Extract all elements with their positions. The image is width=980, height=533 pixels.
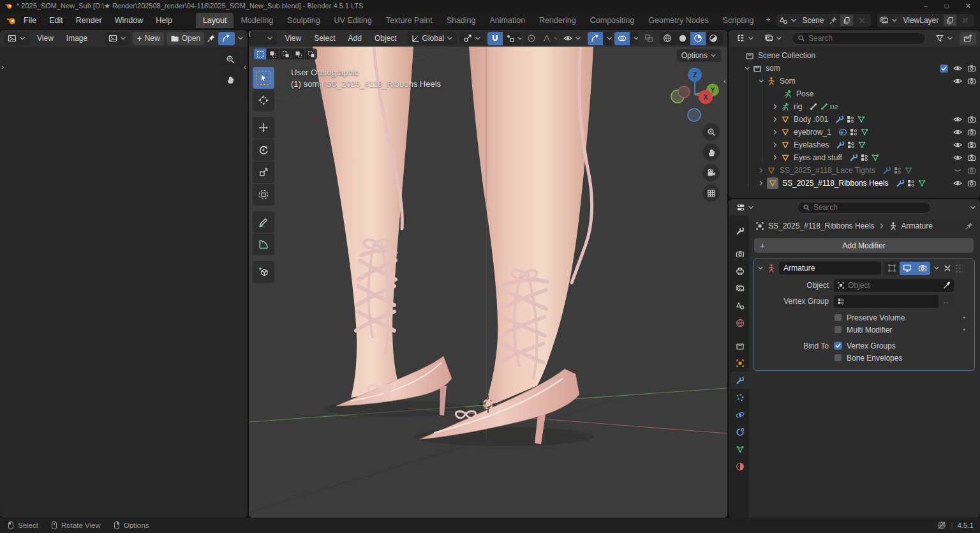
outliner-row-eyebrow[interactable]: eyebrow_1: [729, 126, 980, 139]
chevron-down-icon[interactable]: [237, 35, 244, 41]
pin-icon[interactable]: [207, 34, 216, 43]
expand-panel-arrow[interactable]: ›: [1, 62, 4, 71]
menu-render[interactable]: Render: [70, 13, 108, 27]
editor-type-button[interactable]: [732, 201, 758, 214]
zoom-icon[interactable]: [702, 123, 720, 140]
outliner-row-ribbons-heels[interactable]: SS_2025_#118_Ribbons Heels: [729, 177, 980, 190]
tool-annotate[interactable]: [253, 211, 274, 233]
close-button[interactable]: ✕: [965, 2, 971, 10]
tab-scene[interactable]: [731, 297, 749, 314]
chevron-right-icon[interactable]: [772, 103, 778, 110]
new-collection-button[interactable]: [960, 32, 976, 45]
vertex-group-field[interactable]: [834, 295, 939, 308]
scene-icon[interactable]: [779, 16, 788, 25]
outliner-row-pose[interactable]: Pose: [729, 87, 980, 100]
chevron-down-icon[interactable]: [757, 265, 764, 271]
tool-measure[interactable]: [253, 234, 274, 255]
outliner-row-body[interactable]: Body .001: [729, 113, 980, 126]
animate-dot[interactable]: •: [959, 326, 969, 333]
chevron-down-icon[interactable]: [891, 17, 898, 24]
workspace-tab-shading[interactable]: Shading: [440, 13, 483, 28]
outliner-row-som-armature[interactable]: Som: [729, 75, 980, 87]
chevron-down-icon[interactable]: [758, 78, 764, 84]
collapse-panel-arrow[interactable]: ‹: [244, 62, 246, 71]
chevron-right-icon[interactable]: [772, 154, 778, 161]
camera-render-icon[interactable]: [967, 153, 976, 162]
toggle-ortho-grid-icon[interactable]: [702, 184, 720, 202]
new-scene-button[interactable]: [840, 15, 853, 26]
eye-icon[interactable]: [953, 64, 962, 73]
tool-transform[interactable]: [253, 184, 274, 206]
snap-target-dropdown[interactable]: [503, 32, 521, 45]
menu-edit[interactable]: Edit: [43, 13, 69, 27]
new-view-layer-button[interactable]: [944, 15, 956, 26]
camera-render-icon[interactable]: [967, 77, 976, 86]
invert-vertex-group-button[interactable]: ↔: [939, 295, 954, 308]
workspace-tab-compositing[interactable]: Compositing: [583, 13, 641, 28]
camera-render-icon[interactable]: [967, 179, 976, 188]
camera-render-icon[interactable]: [967, 64, 976, 73]
remove-view-layer-button[interactable]: [959, 15, 972, 26]
eye-closed-icon[interactable]: [953, 166, 962, 175]
viewport-menu-view[interactable]: View: [279, 32, 306, 45]
display-mode-dropdown[interactable]: [761, 32, 786, 45]
bone-envelopes-checkbox[interactable]: [834, 354, 842, 362]
viewport-area[interactable]: Object Mode View Select Add Object Globa…: [249, 30, 727, 518]
tool-rotate[interactable]: [253, 139, 274, 161]
camera-render-icon[interactable]: [967, 115, 976, 124]
mode-dropdown[interactable]: Object Mode: [249, 32, 277, 45]
select-mode-subtract[interactable]: [279, 49, 292, 59]
image-editor-menu-image[interactable]: Image: [61, 32, 93, 45]
tab-world[interactable]: [731, 314, 749, 331]
minimize-button[interactable]: –: [924, 2, 928, 10]
tab-tool[interactable]: [731, 222, 749, 239]
tab-collection[interactable]: [731, 337, 749, 354]
vertex-groups-checkbox[interactable]: [834, 342, 842, 350]
shading-rendered-button[interactable]: [706, 32, 721, 45]
drag-handle-icon[interactable]: [955, 264, 963, 273]
outliner-row-lace-tights[interactable]: SS_2025_#118_Lace Tights: [729, 164, 980, 177]
viewport-3d-scene[interactable]: [249, 47, 727, 518]
visibility-dropdown[interactable]: [560, 32, 585, 45]
image-datablock-selector[interactable]: [105, 32, 130, 45]
image-editor-menu-view[interactable]: View: [32, 32, 59, 45]
modifier-wrench-icon[interactable]: [835, 115, 844, 124]
transform-orientation-dropdown[interactable]: Global: [407, 32, 457, 45]
eye-icon[interactable]: [953, 77, 962, 86]
shading-material-button[interactable]: [690, 32, 706, 45]
tab-view-layer[interactable]: [731, 280, 749, 297]
tab-render[interactable]: [731, 245, 749, 262]
chevron-right-icon[interactable]: [772, 116, 778, 123]
viewport-menu-object[interactable]: Object: [369, 32, 402, 45]
view-layer-name[interactable]: ViewLayer: [900, 16, 941, 25]
maximize-button[interactable]: □: [944, 2, 949, 10]
tab-physics[interactable]: [731, 406, 749, 423]
pan-hand-icon[interactable]: [702, 144, 720, 161]
proportional-edit-toggle[interactable]: [524, 32, 539, 45]
viewport-menu-select[interactable]: Select: [309, 32, 340, 45]
workspace-tab-animation[interactable]: Animation: [483, 13, 533, 28]
tab-constraints[interactable]: [731, 423, 749, 440]
add-modifier-button[interactable]: + Add Modifier: [754, 238, 974, 253]
tool-move[interactable]: [253, 117, 274, 139]
camera-render-icon[interactable]: [967, 140, 976, 149]
tab-output[interactable]: [731, 262, 749, 280]
filter-dropdown[interactable]: [932, 32, 957, 45]
workspace-tab-geometry-nodes[interactable]: Geometry Nodes: [641, 13, 715, 28]
object-field[interactable]: Object: [834, 279, 954, 292]
workspace-tab-rendering[interactable]: Rendering: [532, 13, 583, 28]
workspace-tab-texture-paint[interactable]: Texture Paint: [379, 13, 440, 28]
workspace-tab-scripting[interactable]: Scripting: [716, 13, 761, 28]
chevron-right-icon[interactable]: [758, 180, 764, 186]
tool-cursor[interactable]: [253, 89, 274, 111]
xray-toggle[interactable]: [641, 32, 657, 45]
editor-type-button[interactable]: [4, 32, 29, 45]
camera-view-icon[interactable]: [702, 164, 720, 181]
workspace-tab-sculpting[interactable]: Sculpting: [280, 13, 327, 28]
viewport-menu-add[interactable]: Add: [343, 32, 367, 45]
zoom-icon[interactable]: [221, 50, 239, 68]
unlink-scene-button[interactable]: [856, 15, 868, 26]
eye-icon[interactable]: [953, 115, 962, 124]
pan-hand-icon[interactable]: [221, 71, 239, 88]
add-workspace-button[interactable]: +: [761, 13, 775, 28]
